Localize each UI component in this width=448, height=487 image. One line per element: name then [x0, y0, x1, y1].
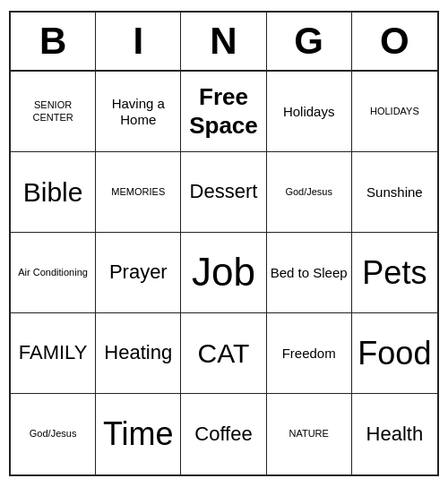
cell-text-1: Having a Home [99, 96, 177, 128]
cell-text-8: God/Jesus [285, 186, 332, 198]
bingo-cell-4: HOLIDAYS [352, 72, 437, 152]
bingo-cell-5: Bible [11, 152, 96, 233]
bingo-card: BINGO SENIOR CENTERHaving a HomeFree Spa… [9, 11, 439, 476]
cell-text-3: Holidays [283, 104, 335, 120]
bingo-cell-19: Food [352, 313, 437, 394]
cell-text-19: Food [358, 334, 431, 372]
cell-text-24: Health [366, 423, 424, 446]
cell-text-22: Coffee [194, 423, 252, 446]
bingo-cell-0: SENIOR CENTER [11, 72, 96, 152]
cell-text-6: MEMORIES [111, 186, 165, 198]
bingo-letter-o: O [352, 13, 437, 70]
cell-text-12: Job [192, 249, 255, 296]
cell-text-11: Prayer [109, 261, 168, 284]
bingo-cell-15: FAMILY [11, 313, 96, 394]
cell-text-4: HOLIDAYS [370, 106, 419, 117]
bingo-cell-2: Free Space [181, 72, 266, 152]
cell-text-17: CAT [198, 337, 250, 370]
bingo-cell-23: NATURE [267, 394, 352, 474]
bingo-cell-3: Holidays [267, 72, 352, 152]
cell-text-7: Dessert [190, 180, 258, 203]
bingo-cell-10: Air Conditioning [11, 233, 96, 313]
cell-text-0: SENIOR CENTER [14, 99, 91, 123]
cell-text-21: Time [103, 414, 174, 453]
cell-text-20: God/Jesus [30, 428, 77, 440]
bingo-grid: SENIOR CENTERHaving a HomeFree SpaceHoli… [11, 72, 437, 474]
cell-text-14: Pets [362, 253, 426, 292]
bingo-cell-7: Dessert [181, 152, 266, 233]
bingo-cell-9: Sunshine [352, 152, 437, 233]
bingo-cell-11: Prayer [96, 233, 181, 313]
cell-text-18: Freedom [282, 346, 336, 362]
cell-text-2: Free Space [185, 83, 262, 139]
cell-text-5: Bible [23, 176, 83, 209]
bingo-cell-8: God/Jesus [267, 152, 352, 233]
bingo-letter-i: I [96, 13, 181, 70]
cell-text-9: Sunshine [366, 184, 423, 201]
bingo-cell-13: Bed to Sleep [267, 233, 352, 313]
bingo-cell-22: Coffee [181, 394, 266, 474]
bingo-cell-21: Time [96, 394, 181, 474]
bingo-letter-n: N [181, 13, 266, 70]
cell-text-15: FAMILY [19, 341, 88, 364]
bingo-letter-g: G [267, 13, 352, 70]
cell-text-16: Heating [104, 341, 172, 364]
bingo-cell-6: MEMORIES [96, 152, 181, 233]
bingo-cell-12: Job [181, 233, 266, 313]
bingo-letter-b: B [11, 13, 96, 70]
bingo-cell-20: God/Jesus [11, 394, 96, 474]
bingo-cell-16: Heating [96, 313, 181, 394]
cell-text-23: NATURE [289, 428, 328, 440]
cell-text-13: Bed to Sleep [271, 265, 348, 281]
bingo-header: BINGO [11, 13, 437, 72]
bingo-cell-18: Freedom [267, 313, 352, 394]
bingo-cell-14: Pets [352, 233, 437, 313]
bingo-cell-17: CAT [181, 313, 266, 394]
cell-text-10: Air Conditioning [18, 267, 88, 278]
bingo-cell-1: Having a Home [96, 72, 181, 152]
bingo-cell-24: Health [352, 394, 437, 474]
